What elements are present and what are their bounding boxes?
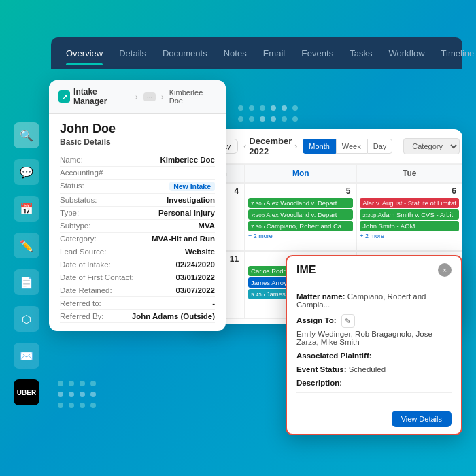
ime-close-button[interactable]: × — [438, 263, 452, 277]
detail-row-subtype: Subtype: MVA — [60, 220, 215, 233]
search-sidebar-icon[interactable]: 🔍 — [14, 122, 39, 148]
day-header-tue: Tue — [356, 164, 462, 183]
event-5-more[interactable]: + 2 more — [248, 233, 353, 239]
left-sidebar: 🔍 💬 📅 ✏️ 📄 ⬡ ✉️ UBER — [14, 122, 39, 405]
value-subtype: MVA — [198, 222, 215, 230]
value-intake-date: 02/24/2020 — [175, 260, 215, 269]
value-leadsource: Website — [185, 248, 215, 256]
event-6-3[interactable]: John Smith - AOM — [360, 221, 459, 231]
ime-assign-content: Assign To: ✎ Emily Wedinger, Rob Bragagn… — [296, 314, 452, 346]
detail-row-accounting: Accounting# — [60, 167, 215, 180]
nav-documents[interactable]: Documents — [154, 43, 216, 64]
nav-details[interactable]: Details — [111, 43, 154, 64]
label-referred-to: Referred to: — [60, 299, 101, 307]
detail-row-leadsource: Lead Source: Website — [60, 245, 215, 258]
label-name: Name: — [60, 156, 83, 164]
label-category: Catergory: — [60, 235, 97, 243]
intake-manager-card: Intake Manager › ··· › Kimberlee Doe Joh… — [49, 80, 226, 331]
intake-section: Basic Details — [60, 137, 215, 147]
view-buttons: Month Week Day — [303, 139, 392, 154]
calendar-sidebar-icon[interactable]: 📅 — [14, 196, 39, 222]
ime-status-row: Event Status: Scheduled — [296, 365, 452, 373]
label-retained: Date Retained: — [60, 286, 112, 294]
ime-plaintiff-label: Associated Plaintiff: — [296, 352, 372, 360]
ime-assign-value: Emily Wedinger, Rob Bragagnolo, Jose Zar… — [296, 330, 452, 346]
week-view-btn[interactable]: Week — [336, 139, 367, 154]
value-first-contact: 03/01/2022 — [175, 273, 215, 282]
ime-status-value: Scheduled — [349, 365, 386, 373]
intake-logo: Intake Manager — [58, 87, 130, 106]
document-sidebar-icon[interactable]: 📄 — [14, 269, 39, 295]
ime-matter-label: Matter name: — [296, 292, 345, 301]
day-view-btn[interactable]: Day — [367, 139, 393, 154]
nav-eevents[interactable]: Eevents — [293, 43, 341, 64]
next-month-chevron[interactable]: › — [294, 141, 297, 151]
nav-workflow[interactable]: Workflow — [380, 43, 432, 64]
cal-date-5: 5 — [248, 186, 353, 196]
edit-sidebar-icon[interactable]: ✏️ — [14, 233, 39, 258]
month-year-label: December 2022 — [249, 136, 292, 156]
cal-day-5: 5 7:30p Alex Woodland v. Depart 7:30p Al… — [245, 183, 356, 251]
category-select[interactable]: Category — [403, 138, 460, 154]
ime-plaintiff-row: Associated Plaintiff: — [296, 352, 452, 360]
calendar-nav: ‹ December 2022 › — [243, 136, 297, 156]
intake-app-name: Intake Manager — [73, 87, 130, 106]
ime-body: Matter name: Campiano, Robert and Campia… — [287, 284, 461, 405]
top-navigation: Overview Details Documents Notes Email E… — [51, 37, 462, 69]
uber-sidebar-icon[interactable]: UBER — [14, 379, 39, 405]
ime-assign-row: Assign To: ✎ Emily Wedinger, Rob Bragagn… — [296, 314, 452, 346]
label-status: Status: — [60, 182, 84, 191]
prev-month-chevron[interactable]: ‹ — [243, 141, 246, 151]
event-6-1[interactable]: Alar v. August - Statute of Limitat — [360, 198, 459, 208]
ime-desc-label: Description: — [296, 379, 342, 387]
ime-popup-card: IME × Matter name: Campiano, Robert and … — [286, 255, 462, 435]
month-view-btn[interactable]: Month — [303, 139, 336, 154]
nav-email[interactable]: Email — [255, 43, 294, 64]
event-6-2[interactable]: 2:30p Adam Smith v. CVS - Arbit — [360, 209, 459, 220]
value-substatus: Investigation — [167, 196, 215, 204]
ime-desc-row: Description: — [296, 379, 452, 387]
event-5-1[interactable]: 7:30p Alex Woodland v. Depart — [248, 198, 353, 208]
detail-row-name: Name: Kimberlee Doe — [60, 154, 215, 167]
ime-status-label: Event Status: — [296, 365, 347, 373]
chat-sidebar-icon[interactable]: 💬 — [14, 159, 39, 185]
network-sidebar-icon[interactable]: ⬡ — [14, 306, 39, 332]
detail-row-first-contact: Date of First Contact: 03/01/2022 — [60, 271, 215, 284]
calendar-header: Today ‹ December 2022 › Month Week Day C… — [194, 129, 462, 164]
detail-row-substatus: Substatus: Investigation — [60, 194, 215, 207]
breadcrumb-sep-1: › — [135, 92, 138, 101]
detail-row-type: Type: Personal Injury — [60, 207, 215, 220]
value-referred-to: - — [212, 299, 215, 307]
ime-assign-edit-icon[interactable]: ✎ — [341, 314, 355, 328]
dot-decoration-bottom — [58, 381, 96, 408]
breadcrumb-dots[interactable]: ··· — [143, 92, 156, 101]
breadcrumb-sep-2: › — [161, 92, 164, 101]
intake-header: Intake Manager › ··· › Kimberlee Doe — [49, 80, 226, 114]
dot-decoration-top — [238, 105, 298, 122]
ime-footer: View Details — [287, 405, 461, 434]
view-details-button[interactable]: View Details — [392, 411, 452, 427]
nav-overview[interactable]: Overview — [58, 43, 111, 64]
nav-tasks[interactable]: Tasks — [341, 43, 380, 64]
label-leadsource: Lead Source: — [60, 248, 106, 256]
event-5-2[interactable]: 7:30p Alex Woodland v. Depart — [248, 209, 353, 220]
event-5-3[interactable]: 7:30p Campiano, Robert and Ca — [248, 221, 353, 231]
mail-sidebar-icon[interactable]: ✉️ — [14, 343, 39, 369]
event-6-more[interactable]: + 2 more — [360, 233, 459, 239]
detail-row-category: Catergory: MVA-Hit and Run — [60, 233, 215, 245]
client-name: John Doe — [60, 122, 215, 136]
breadcrumb-name: Kimberlee Doe — [169, 88, 216, 105]
ime-divider — [296, 392, 452, 393]
label-subtype: Subtype: — [60, 222, 90, 230]
detail-row-referred-to: Referred to: - — [60, 297, 215, 310]
nav-timeline[interactable]: Timeline — [433, 43, 476, 64]
label-first-contact: Date of First Contact: — [60, 273, 134, 282]
nav-notes[interactable]: Notes — [216, 43, 255, 64]
detail-row-status: Status: New Intake — [60, 180, 215, 194]
ime-assign-label: Assign To: — [296, 316, 337, 324]
ime-title: IME — [296, 264, 316, 276]
label-type: Type: — [60, 209, 79, 217]
cal-date-6: 6 — [360, 186, 459, 196]
ime-header: IME × — [287, 256, 461, 284]
label-intake-date: Date of Intake: — [60, 260, 111, 269]
